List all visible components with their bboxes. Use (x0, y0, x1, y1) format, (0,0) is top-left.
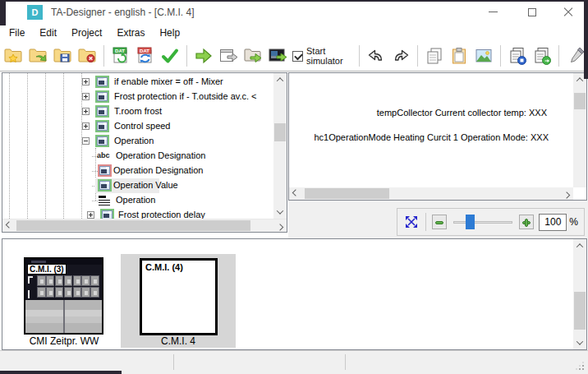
app-window: D TA-Designer - english - [C.M.I. 4] Fil… (0, 0, 588, 374)
scrollbar-thumb[interactable] (274, 123, 286, 141)
tree-item[interactable]: if enable mixer = off - Mixer (2, 75, 273, 90)
tree-item[interactable]: Frost protection if - T.outside av.c. < (2, 90, 273, 104)
copy-button[interactable] (424, 45, 445, 67)
chevron-right-icon (277, 224, 283, 230)
page-thumbnail-cmi4[interactable]: C.M.I. (4) (140, 258, 218, 335)
toolbar-separator (186, 45, 187, 67)
close-button[interactable] (555, 0, 581, 24)
slider-track[interactable] (453, 221, 512, 224)
scroll-left-button[interactable] (289, 187, 302, 201)
close-icon (563, 7, 573, 17)
export-screen-button[interactable] (267, 45, 288, 67)
scrollbar-thumb[interactable] (305, 188, 389, 199)
dat-file-reload-icon: DAT (136, 46, 155, 66)
scroll-up-button[interactable] (273, 73, 287, 86)
export-run-button[interactable] (193, 45, 214, 67)
chevron-right-icon (563, 192, 570, 198)
expand-plus-icon[interactable] (82, 78, 90, 85)
reload-dat-button[interactable]: DAT (135, 45, 156, 67)
save-project-button[interactable] (52, 45, 73, 67)
lines-list-icon (99, 196, 110, 205)
folder-save-icon (53, 46, 72, 66)
backdrop-edge (0, 0, 6, 25)
undo-button[interactable] (365, 45, 387, 67)
copy-run-button[interactable] (531, 45, 553, 67)
zoom-slider[interactable] (453, 214, 512, 230)
tree-horizontal-scrollbar[interactable] (2, 219, 287, 232)
export-window-button[interactable] (218, 45, 239, 67)
scroll-up-button[interactable] (573, 239, 586, 252)
expand-minus-icon[interactable] (82, 137, 90, 145)
pages-vertical-scrollbar[interactable] (573, 239, 586, 349)
page-thumbnail-cmi3[interactable]: C.M.I. (3) (24, 257, 103, 335)
preview-horizontal-scrollbar[interactable] (289, 187, 573, 200)
export-folder-button[interactable] (242, 45, 264, 67)
svg-text:DAT: DAT (115, 48, 125, 53)
zoom-in-button[interactable] (519, 215, 534, 229)
fit-to-window-button[interactable] (403, 214, 420, 230)
scrollbar-thumb[interactable] (16, 220, 250, 231)
expand-plus-icon[interactable] (82, 108, 90, 115)
tree-item[interactable]: Operation Designation (2, 164, 273, 178)
tree-item[interactable]: T.room frost (2, 104, 273, 119)
scroll-right-button[interactable] (273, 219, 287, 233)
display-item-icon (98, 179, 112, 192)
expand-plus-icon[interactable] (82, 122, 90, 130)
scroll-down-button[interactable] (573, 336, 586, 349)
status-divider (173, 354, 174, 370)
zoom-out-button[interactable] (432, 215, 447, 229)
minus-icon (435, 221, 443, 224)
scrollbar-thumb[interactable] (574, 292, 586, 330)
undo-icon (366, 46, 386, 66)
maximize-button[interactable] (519, 0, 545, 24)
chevron-up-icon (277, 77, 283, 84)
title-bar: D TA-Designer - english - [C.M.I. 4] (0, 0, 588, 24)
new-project-button[interactable] (2, 45, 24, 67)
page-caption[interactable]: CMI Zeitpr. WW (30, 335, 99, 347)
window-export-icon (218, 46, 238, 66)
open-project-button[interactable] (27, 45, 48, 67)
expand-plus-icon[interactable] (87, 211, 94, 219)
redo-button[interactable] (390, 45, 411, 67)
maximize-icon (528, 8, 536, 16)
minimize-button[interactable] (480, 0, 506, 24)
toolbar-separator (558, 45, 559, 67)
preview-vertical-scrollbar[interactable] (573, 73, 586, 187)
scroll-down-button[interactable] (273, 205, 287, 219)
copy-save-button[interactable] (507, 45, 528, 67)
tree-item[interactable]: abc Operation Designation (2, 149, 273, 164)
insert-image-button[interactable] (473, 45, 494, 67)
scroll-left-button[interactable] (2, 219, 16, 233)
tree-item-selected[interactable]: Operation Value (2, 178, 273, 193)
tree-item[interactable]: Operation (2, 193, 273, 208)
start-simulator-checkbox[interactable] (292, 51, 303, 62)
menu-edit[interactable]: Edit (32, 25, 64, 40)
menu-help[interactable]: Help (152, 25, 187, 40)
tree-item[interactable]: Operation (2, 134, 273, 149)
page-caption[interactable]: C.M.I. 4 (161, 335, 195, 347)
display-item-icon (95, 90, 109, 103)
paste-icon (449, 46, 469, 66)
menu-project[interactable]: Project (64, 25, 109, 40)
tree-item[interactable]: Control speed (2, 119, 273, 134)
menu-file[interactable]: File (2, 25, 32, 40)
chevron-down-icon (577, 338, 583, 344)
chevron-up-icon (577, 243, 583, 250)
load-dat-button[interactable]: DAT (110, 45, 131, 67)
close-project-button[interactable] (76, 45, 98, 67)
paste-button[interactable] (448, 45, 470, 67)
expand-plus-icon[interactable] (82, 93, 90, 100)
apply-check-button[interactable] (159, 45, 181, 67)
scrollbar-thumb[interactable] (574, 93, 586, 109)
zoom-percent-label: % (569, 216, 578, 228)
plus-icon (525, 219, 528, 227)
scroll-right-button[interactable] (560, 187, 573, 201)
resize-grip[interactable] (582, 368, 584, 370)
zoom-value-input[interactable] (539, 214, 567, 231)
bracket-mark (28, 276, 33, 284)
tree-vertical-scrollbar[interactable] (273, 73, 287, 219)
menu-extras[interactable]: Extras (109, 25, 152, 40)
slider-thumb[interactable] (466, 215, 475, 229)
display-item-icon (95, 135, 109, 147)
thumbnail-button-grid (37, 275, 103, 298)
